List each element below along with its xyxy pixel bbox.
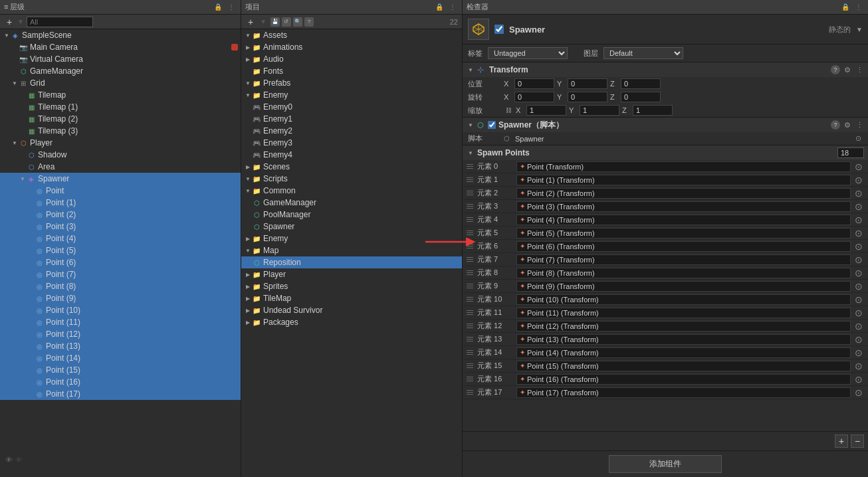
drag-handle-6[interactable]	[467, 242, 475, 251]
transform-help-icon[interactable]: ?	[831, 65, 840, 74]
drag-handle-8[interactable]	[467, 268, 475, 278]
hierarchy-item-point11[interactable]: ◎ Point (11)	[0, 316, 241, 328]
point-ref-8[interactable]: ✦ Point (8) (Transform)	[516, 268, 851, 278]
help-icon[interactable]: ?	[304, 17, 314, 27]
project-item-enemy-folder[interactable]: ▼ 📁 Enemy	[241, 89, 462, 101]
expand-transform[interactable]: ▼	[467, 66, 475, 74]
expand-spawner-comp[interactable]: ▼	[467, 121, 475, 129]
project-item-assets[interactable]: ▼ 📁 Assets	[241, 29, 462, 41]
expand-grid[interactable]: ▼	[11, 79, 19, 87]
project-item-common[interactable]: ▼ 📁 Common	[241, 185, 462, 197]
hierarchy-item-point6[interactable]: ◎ Point (6)	[0, 256, 241, 268]
hierarchy-item-point[interactable]: ◎ Point	[0, 185, 241, 197]
expand-packages[interactable]: ▶	[244, 318, 252, 326]
refresh-icon[interactable]: ↺	[282, 17, 291, 27]
remove-elem-btn-8[interactable]: ⊙	[853, 268, 864, 278]
hierarchy-item-tilemap1[interactable]: ▦ Tilemap (1)	[0, 101, 241, 113]
point-ref-14[interactable]: ✦ Point (14) (Transform)	[516, 347, 851, 358]
project-item-enemy0[interactable]: 🎮 Enemy0	[241, 101, 462, 113]
hierarchy-item-gamemanager[interactable]: ⬡ GameManager	[0, 65, 241, 77]
drag-handle-7[interactable]	[467, 255, 475, 264]
project-item-player-folder[interactable]: ▶ 📁 Player	[241, 268, 462, 280]
script-ref-select-icon[interactable]: ⊙	[853, 134, 863, 143]
remove-elem-btn-11[interactable]: ⊙	[853, 308, 864, 318]
layer-select[interactable]: Default	[603, 47, 683, 59]
remove-elem-btn-4[interactable]: ⊙	[853, 215, 864, 225]
transform-settings-icon[interactable]: ⚙	[843, 65, 852, 74]
hierarchy-menu-icon[interactable]: ⋮	[226, 2, 237, 13]
transform-overflow-icon[interactable]: ⋮	[855, 65, 864, 74]
drag-handle-10[interactable]	[467, 295, 475, 304]
hierarchy-item-tilemap2[interactable]: ▦ Tilemap (2)	[0, 113, 241, 125]
point-ref-0[interactable]: ✦ Point (Transform)	[516, 161, 851, 172]
hierarchy-item-shadow[interactable]: ⬡ Shadow	[0, 149, 241, 161]
drag-handle-14[interactable]	[467, 348, 475, 357]
point-ref-1[interactable]: ✦ Point (1) (Transform)	[516, 175, 851, 185]
project-item-enemy-scripts[interactable]: ▶ 📁 Enemy	[241, 233, 462, 244]
project-item-enemy4[interactable]: 🎮 Enemy4	[241, 149, 462, 161]
point-ref-9[interactable]: ✦ Point (9) (Transform)	[516, 281, 851, 292]
scale-y-input[interactable]	[580, 105, 619, 116]
remove-elem-btn-17[interactable]: ⊙	[853, 387, 864, 398]
scale-x-input[interactable]	[526, 105, 566, 116]
expand-sprites[interactable]: ▶	[244, 282, 252, 290]
expand-animations[interactable]: ▶	[244, 43, 252, 51]
drag-handle-13[interactable]	[467, 335, 475, 344]
point-ref-15[interactable]: ✦ Point (15) (Transform)	[516, 361, 851, 371]
remove-elem-btn-1[interactable]: ⊙	[853, 175, 864, 185]
project-menu-icon[interactable]: ⋮	[447, 2, 458, 13]
project-item-map-folder[interactable]: ▼ 📁 Map	[241, 244, 462, 256]
project-item-enemy1[interactable]: 🎮 Enemy1	[241, 113, 462, 125]
remove-elem-btn-2[interactable]: ⊙	[853, 188, 864, 199]
project-item-scripts[interactable]: ▼ 📁 Scripts	[241, 173, 462, 185]
hierarchy-item-point10[interactable]: ◎ Point (10)	[0, 304, 241, 316]
hierarchy-item-grid[interactable]: ▼ ⊞ Grid	[0, 77, 241, 89]
remove-elem-btn-13[interactable]: ⊙	[853, 334, 864, 345]
hierarchy-lock-icon[interactable]: 🔒	[213, 2, 223, 13]
expand-enemy-folder[interactable]: ▼	[244, 91, 252, 99]
point-ref-6[interactable]: ✦ Point (6) (Transform)	[516, 241, 851, 252]
point-ref-13[interactable]: ✦ Point (13) (Transform)	[516, 334, 851, 345]
inspector-lock-icon[interactable]: 🔒	[840, 2, 851, 13]
project-item-packages[interactable]: ▶ 📁 Packages	[241, 316, 462, 328]
point-ref-7[interactable]: ✦ Point (7) (Transform)	[516, 254, 851, 265]
drag-handle-12[interactable]	[467, 322, 475, 331]
remove-elem-btn-14[interactable]: ⊙	[853, 347, 864, 358]
hierarchy-item-tilemap[interactable]: ▦ Tilemap	[0, 89, 241, 101]
inspector-menu-icon[interactable]: ⋮	[853, 2, 864, 13]
project-item-spawner-script[interactable]: ⬡ Spawner	[241, 221, 462, 233]
remove-elem-btn-15[interactable]: ⊙	[853, 361, 864, 371]
point-ref-4[interactable]: ✦ Point (4) (Transform)	[516, 215, 851, 225]
remove-elem-btn-12[interactable]: ⊙	[853, 321, 864, 332]
drag-handle-0[interactable]	[467, 162, 475, 171]
project-item-reposition[interactable]: ⬡ Reposition	[241, 256, 462, 268]
hierarchy-item-area[interactable]: ⬡ Area	[0, 161, 241, 173]
hierarchy-item-spawner[interactable]: ▼ ◈ Spawner	[0, 173, 241, 185]
drag-handle-9[interactable]	[467, 282, 475, 291]
hierarchy-item-point2[interactable]: ◎ Point (2)	[0, 209, 241, 221]
project-item-audio[interactable]: ▶ 📁 Audio	[241, 53, 462, 65]
hierarchy-item-point15[interactable]: ◎ Point (15)	[0, 364, 241, 376]
pos-x-input[interactable]	[514, 78, 554, 89]
rot-x-input[interactable]	[514, 92, 554, 102]
pos-y-input[interactable]	[568, 78, 607, 89]
expand-spawner[interactable]: ▼	[19, 175, 27, 183]
expand-player[interactable]: ▼	[11, 139, 19, 147]
hierarchy-item-point12[interactable]: ◎ Point (12)	[0, 328, 241, 340]
expand-prefabs[interactable]: ▼	[244, 79, 252, 87]
remove-elem-btn-3[interactable]: ⊙	[853, 201, 864, 212]
hierarchy-item-point5[interactable]: ◎ Point (5)	[0, 244, 241, 256]
drag-handle-11[interactable]	[467, 308, 475, 318]
spawner-component-header[interactable]: ▼ ⬡ Spawner（脚本） ? ⚙ ⋮	[463, 118, 868, 132]
spawner-settings-icon[interactable]: ⚙	[843, 120, 852, 130]
expand-map-folder[interactable]: ▼	[244, 246, 252, 254]
drag-handle-17[interactable]	[467, 388, 475, 397]
hierarchy-item-point16[interactable]: ◎ Point (16)	[0, 376, 241, 388]
search-icon[interactable]: 🔍	[293, 17, 302, 27]
hierarchy-item-virtualcamera[interactable]: 📷 Virtual Camera	[0, 53, 241, 65]
scale-link-icon[interactable]: ⛓	[504, 106, 513, 115]
project-item-poolmanager-script[interactable]: ⬡ PoolManager	[241, 209, 462, 221]
point-ref-3[interactable]: ✦ Point (3) (Transform)	[516, 201, 851, 212]
hierarchy-item-point3[interactable]: ◎ Point (3)	[0, 221, 241, 233]
save-icon[interactable]: 💾	[271, 17, 280, 27]
